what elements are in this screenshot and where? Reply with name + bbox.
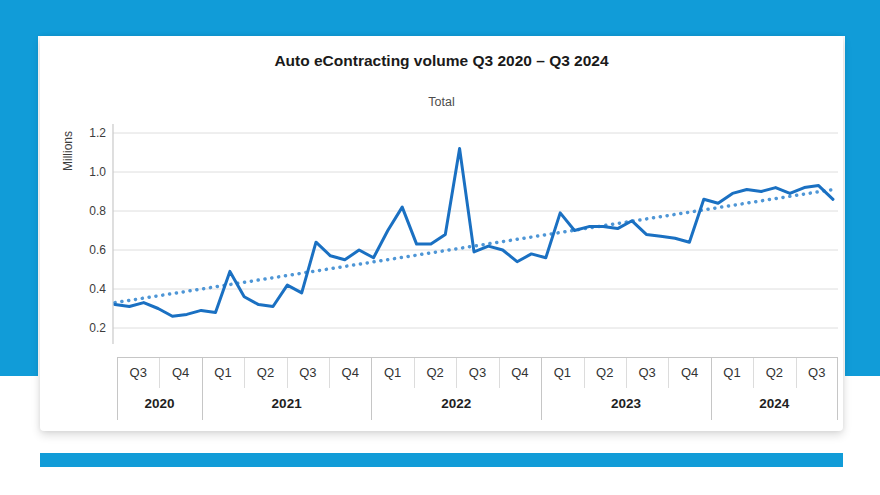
quarter-label: Q1 <box>711 365 753 381</box>
year-label: 2023 <box>541 396 711 412</box>
y-axis-unit-label: Millions <box>61 119 75 183</box>
chart-card: Auto eContracting volume Q3 2020 – Q3 20… <box>40 36 843 431</box>
y-tick-label: 0.6 <box>76 242 106 258</box>
quarter-separator <box>244 358 245 388</box>
chart-subtitle: Total <box>40 95 843 109</box>
quarter-label: Q1 <box>541 365 583 381</box>
quarter-label: Q2 <box>753 365 795 381</box>
quarter-label: Q3 <box>456 365 498 381</box>
year-label: 2021 <box>202 396 372 412</box>
quarter-separator <box>159 358 160 388</box>
quarter-label: Q1 <box>371 365 413 381</box>
x-axis-table: Q3Q4Q1Q2Q3Q4Q1Q2Q3Q4Q1Q2Q3Q4Q1Q2Q3202020… <box>117 357 838 420</box>
quarter-label: Q4 <box>329 365 371 381</box>
y-tick-label: 0.8 <box>76 203 106 219</box>
frame-left-bar <box>0 0 38 376</box>
y-tick-label: 1.0 <box>76 164 106 180</box>
year-label: 2024 <box>711 396 838 412</box>
frame-bottom-bar <box>40 453 843 467</box>
y-tick-label: 1.2 <box>76 125 106 141</box>
quarter-separator <box>499 358 500 388</box>
quarter-separator <box>584 358 585 388</box>
quarter-separator <box>456 358 457 388</box>
quarter-separator <box>287 358 288 388</box>
year-label: 2022 <box>371 396 541 412</box>
quarter-separator <box>329 358 330 388</box>
chart-title: Auto eContracting volume Q3 2020 – Q3 20… <box>40 52 843 70</box>
quarter-separator <box>668 358 669 388</box>
frame-top-bar <box>0 0 880 36</box>
quarter-label: Q3 <box>626 365 668 381</box>
y-tick-label: 0.4 <box>76 281 106 297</box>
quarter-separator <box>796 358 797 388</box>
quarter-label: Q4 <box>499 365 541 381</box>
y-tick-label: 0.2 <box>76 320 106 336</box>
page: Auto eContracting volume Q3 2020 – Q3 20… <box>0 0 880 495</box>
quarter-label: Q3 <box>117 365 159 381</box>
year-label: 2020 <box>117 396 202 412</box>
quarter-label: Q2 <box>414 365 456 381</box>
quarter-separator <box>753 358 754 388</box>
quarter-label: Q2 <box>584 365 626 381</box>
quarter-label: Q1 <box>202 365 244 381</box>
quarter-separator <box>626 358 627 388</box>
frame-right-bar <box>845 0 880 376</box>
quarter-label: Q4 <box>159 365 201 381</box>
series-line-total <box>115 149 833 317</box>
quarter-separator <box>414 358 415 388</box>
quarter-label: Q3 <box>287 365 329 381</box>
quarter-label: Q2 <box>244 365 286 381</box>
quarter-label: Q3 <box>796 365 838 381</box>
quarter-label: Q4 <box>668 365 710 381</box>
